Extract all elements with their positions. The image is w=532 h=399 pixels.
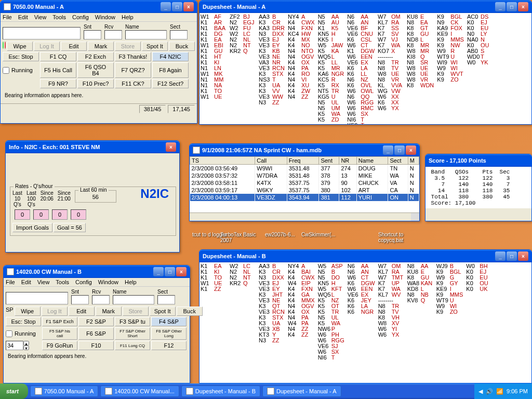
logit-button[interactable]: Log It — [42, 307, 68, 316]
running-checkbox[interactable] — [3, 67, 9, 74]
close-button[interactable]: × — [183, 2, 194, 11]
desktop-icon-label[interactable]: TurboTax Basic 2007 — [220, 232, 262, 243]
desktop-icon-label[interactable]: ew2007b-6... — [265, 232, 295, 237]
sect-input[interactable] — [157, 295, 175, 304]
f2-button[interactable]: F2 S&P — [78, 317, 114, 326]
speed-input[interactable] — [6, 341, 23, 350]
f7-button[interactable]: F7 QRZ? — [115, 62, 151, 78]
menu-edit[interactable]: Edit — [18, 14, 28, 20]
sect-input[interactable] — [170, 30, 188, 39]
f3-button[interactable]: F3 S&P tu — [115, 317, 150, 326]
callsign-input[interactable] — [6, 292, 68, 304]
edit-button[interactable]: Edit — [61, 42, 87, 51]
speed-down-button[interactable]: ▼ — [23, 345, 29, 350]
score-titlebar[interactable]: Score - 17,100 Points — [425, 154, 531, 167]
menu-window[interactable]: Window — [95, 14, 115, 20]
f3-button[interactable]: F3 Thanks! — [115, 52, 151, 61]
f8-button[interactable]: F8 Again — [152, 62, 189, 78]
f8-button[interactable]: F8 S&P Other Long — [151, 327, 187, 340]
entry-b-titlebar[interactable]: 14020.00 CW Manual - B _ □ × — [4, 265, 190, 278]
f4-button[interactable]: F4 S&P — [151, 317, 187, 326]
desktop-icon-label[interactable]: CwSkimmer(... — [301, 232, 336, 237]
menu-window[interactable]: Window — [98, 279, 118, 285]
close-button[interactable]: × — [518, 2, 528, 11]
rcv-input[interactable] — [92, 295, 110, 304]
menu-file[interactable]: File — [3, 14, 12, 20]
menu-config[interactable]: Config — [75, 279, 92, 285]
logit-button[interactable]: Log It — [34, 42, 60, 51]
mark-button[interactable]: Mark — [96, 307, 122, 316]
spotit-button[interactable]: Spot It — [150, 307, 176, 316]
name-input[interactable] — [125, 30, 167, 39]
f10-button[interactable]: F10 — [78, 341, 114, 350]
f9-button[interactable]: F9 NR? — [40, 79, 76, 88]
network-icon[interactable]: 📶 — [496, 388, 503, 395]
esc-button[interactable]: Esc: Stop — [6, 317, 41, 326]
close-button[interactable]: × — [166, 142, 176, 152]
menu-tools[interactable]: Tools — [52, 14, 66, 20]
f1-button[interactable]: F1 CQ — [40, 52, 76, 61]
import-goals-button[interactable]: Import Goals — [12, 223, 52, 232]
menu-view[interactable]: View — [34, 14, 47, 20]
clock[interactable]: 9:06 PM — [507, 388, 528, 394]
maximize-button[interactable]: □ — [507, 2, 517, 11]
task-button[interactable]: 14020.00 CW Manual... — [100, 385, 179, 397]
minimize-button[interactable]: _ — [495, 2, 506, 11]
f11-button[interactable]: F11 CK? — [115, 79, 151, 88]
goal-button[interactable]: Goal = 56 — [54, 223, 86, 232]
close-button[interactable]: × — [176, 267, 187, 276]
f11-button[interactable]: F11 Long CQ — [115, 341, 150, 350]
name-input[interactable] — [113, 295, 154, 304]
esc-button[interactable]: Esc: Stop — [3, 52, 39, 61]
dupe-b-titlebar[interactable]: Dupesheet - Manual - B _ □ × — [200, 250, 531, 262]
dupe-a-titlebar[interactable]: Dupesheet - Manual - A _ □ × — [200, 1, 531, 13]
system-tray[interactable]: ◀ 🔊 📶 9:06 PM — [474, 383, 532, 399]
f12-button[interactable]: F12 Sect? — [152, 79, 189, 88]
snt-input[interactable] — [84, 30, 101, 39]
f12-button[interactable]: F12 — [151, 341, 187, 350]
entry-a-titlebar[interactable]: 7050.00 Manual - A _ □ × — [1, 1, 197, 13]
running-checkbox[interactable] — [6, 330, 12, 337]
menu-config[interactable]: Config — [72, 14, 89, 20]
scrollbar[interactable] — [411, 213, 419, 221]
snt-input[interactable] — [71, 295, 89, 304]
volume-icon[interactable]: 🔊 — [486, 388, 493, 395]
f5-button[interactable]: F5 S&P his call — [42, 327, 77, 340]
wipe-button[interactable]: Wipe — [15, 307, 41, 316]
menu-view[interactable]: View — [37, 279, 50, 285]
f6-button[interactable]: F6 S&P — [78, 327, 114, 340]
menu-file[interactable]: File — [6, 279, 15, 285]
menu-edit[interactable]: Edit — [21, 279, 31, 285]
task-button[interactable]: Dupesheet - Manual - B — [181, 385, 260, 397]
f4-button[interactable]: F4 N2IC — [152, 52, 189, 61]
f9-button[interactable]: F9 GoRun — [42, 341, 77, 350]
maximize-button[interactable]: □ — [172, 2, 182, 11]
start-button[interactable]: start — [0, 383, 28, 399]
log-titlebar[interactable]: 9/1/2008 21:06:57Z NA Sprint CW - ham.md… — [190, 144, 419, 156]
desktop-icon-label[interactable]: Shortcut to copycq.bat — [378, 232, 420, 243]
store-button[interactable]: Store — [115, 42, 141, 51]
task-button[interactable]: 7050.00 Manual - A — [30, 385, 98, 397]
menu-help[interactable]: Help — [125, 279, 137, 285]
f5-button[interactable]: F5 His Call — [40, 62, 76, 78]
buck-button[interactable]: Buck — [169, 42, 195, 51]
f2-button[interactable]: F2 Exch — [77, 52, 114, 61]
buck-button[interactable]: Buck — [177, 307, 203, 316]
maximize-button[interactable]: □ — [394, 145, 405, 155]
close-button[interactable]: × — [518, 251, 528, 261]
spotit-button[interactable]: Spot It — [142, 42, 168, 51]
log-table[interactable]: TSCallFreqSentNRNameSectM2/3/2008 03:56:… — [190, 156, 419, 201]
f10-button[interactable]: F10 Prec? — [77, 79, 114, 88]
maximize-button[interactable]: □ — [507, 251, 517, 261]
wipe-button[interactable]: Wipe — [7, 42, 33, 51]
minimize-button[interactable]: _ — [161, 2, 171, 11]
close-button[interactable]: × — [406, 145, 416, 155]
mark-button[interactable]: Mark — [88, 42, 114, 51]
f7-button[interactable]: F7 S&P Other Short — [115, 327, 150, 340]
tray-icon[interactable]: ◀ — [478, 388, 483, 395]
edit-button[interactable]: Edit — [69, 307, 95, 316]
f6-button[interactable]: F6 QSO B4 — [77, 62, 114, 78]
minimize-button[interactable]: _ — [153, 267, 164, 276]
speed-up-button[interactable]: ▲ — [23, 341, 29, 345]
minimize-button[interactable]: _ — [383, 145, 393, 155]
